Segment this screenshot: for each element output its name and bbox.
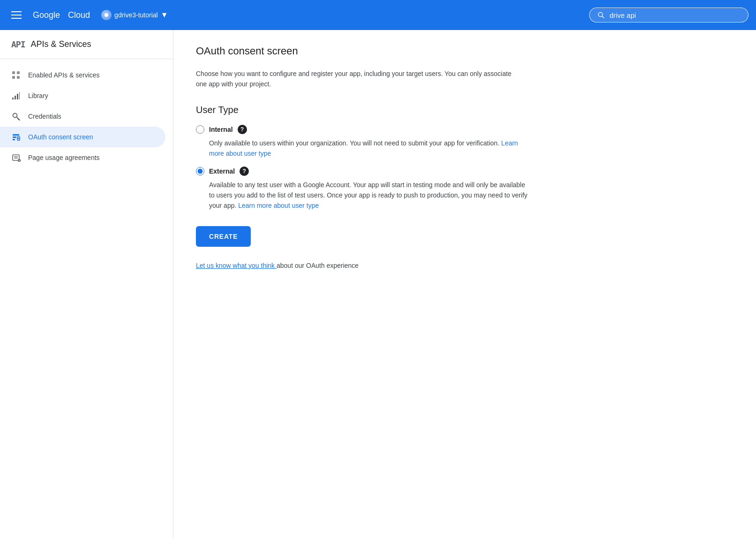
external-description: Available to any test user with a Google… xyxy=(209,180,528,211)
svg-rect-8 xyxy=(17,94,18,99)
svg-rect-14 xyxy=(13,137,16,138)
svg-rect-4 xyxy=(12,76,15,79)
internal-help-icon[interactable]: ? xyxy=(238,125,247,134)
external-radio-input[interactable] xyxy=(196,167,204,175)
internal-label-row: Internal ? xyxy=(196,125,734,134)
main-layout: API APIs & Services Enabled APIs & servi… xyxy=(0,30,756,539)
credentials-icon xyxy=(11,112,21,121)
page-description: Choose how you want to configure and reg… xyxy=(196,68,524,90)
main-content: OAuth consent screen Choose how you want… xyxy=(173,30,756,539)
api-badge: API xyxy=(11,39,25,49)
google-cloud-logo[interactable]: Google Cloud xyxy=(33,10,90,20)
external-help-icon[interactable]: ? xyxy=(240,167,249,176)
create-button[interactable]: CREATE xyxy=(196,226,251,247)
logo-google-text: Google xyxy=(33,10,60,20)
sidebar-item-credentials[interactable]: Credentials xyxy=(0,106,165,127)
sidebar-item-library-label: Library xyxy=(28,92,48,99)
sidebar-item-oauth-consent-label: OAuth consent screen xyxy=(28,133,93,141)
svg-rect-9 xyxy=(19,92,20,99)
sidebar-header: API APIs & Services xyxy=(0,30,173,59)
sidebar-item-credentials-label: Credentials xyxy=(28,113,61,120)
external-radio-option: External ? Available to any test user wi… xyxy=(196,167,734,211)
sidebar-item-page-usage[interactable]: Page usage agreements xyxy=(0,147,165,168)
page-usage-icon xyxy=(11,153,21,162)
page-title: OAuth consent screen xyxy=(196,45,734,57)
sidebar-item-enabled-apis[interactable]: Enabled APIs & services xyxy=(0,65,165,85)
sidebar-item-enabled-apis-label: Enabled APIs & services xyxy=(28,71,100,79)
logo-cloud-text: Cloud xyxy=(68,10,90,20)
project-selector[interactable]: gdrive3-tutorial ▼ xyxy=(97,7,172,23)
sidebar-title: APIs & Services xyxy=(31,39,91,49)
internal-description: Only available to users within your orga… xyxy=(209,138,528,159)
external-learn-more-link[interactable]: Learn more about user type xyxy=(238,202,319,209)
hamburger-menu[interactable] xyxy=(7,8,25,23)
top-navigation: Google Cloud gdrive3-tutorial ▼ xyxy=(0,0,756,30)
svg-rect-5 xyxy=(17,76,20,79)
user-type-radio-group: Internal ? Only available to users withi… xyxy=(196,125,734,211)
search-input[interactable] xyxy=(609,11,741,19)
project-name: gdrive3-tutorial xyxy=(114,11,158,19)
sidebar-navigation: Enabled APIs & services Library xyxy=(0,59,173,174)
feedback-line: Let us know what you think about our OAu… xyxy=(196,262,734,269)
external-label: External xyxy=(209,167,235,175)
external-label-row: External ? xyxy=(196,167,734,176)
svg-rect-3 xyxy=(17,71,20,74)
project-dropdown-arrow-icon: ▼ xyxy=(161,11,168,19)
svg-line-1 xyxy=(602,16,604,18)
enabled-apis-icon xyxy=(11,70,21,80)
svg-rect-2 xyxy=(12,71,15,74)
search-bar[interactable] xyxy=(589,8,749,23)
feedback-link[interactable]: Let us know what you think xyxy=(196,262,277,269)
sidebar-item-page-usage-label: Page usage agreements xyxy=(28,154,100,161)
internal-radio-option: Internal ? Only available to users withi… xyxy=(196,125,734,159)
sidebar-item-oauth-consent[interactable]: OAuth consent screen xyxy=(0,127,165,147)
internal-radio-input[interactable] xyxy=(196,125,204,134)
sidebar-item-library[interactable]: Library xyxy=(0,85,165,106)
search-icon xyxy=(597,11,605,19)
svg-rect-15 xyxy=(13,139,15,140)
svg-rect-7 xyxy=(15,96,16,99)
sidebar: API APIs & Services Enabled APIs & servi… xyxy=(0,30,173,539)
oauth-consent-icon xyxy=(11,132,21,142)
internal-label: Internal xyxy=(209,126,233,133)
user-type-title: User Type xyxy=(196,105,734,115)
svg-rect-13 xyxy=(13,134,19,136)
svg-rect-6 xyxy=(12,98,14,99)
library-icon xyxy=(11,91,21,100)
project-dot-icon xyxy=(101,10,112,20)
